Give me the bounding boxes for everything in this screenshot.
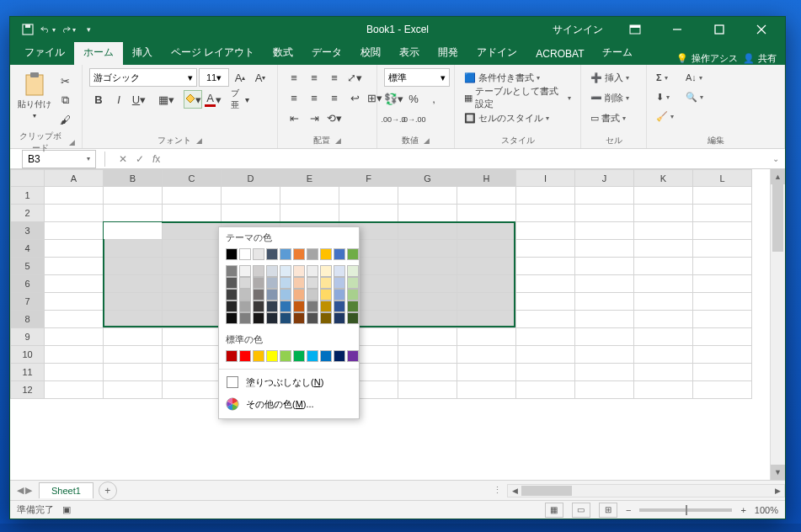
cell[interactable]	[516, 275, 575, 293]
worksheet-area[interactable]: ABCDEFGHIJKL123456789101112 ▲ ▼ テーマの色 標準…	[10, 169, 785, 480]
cell[interactable]	[634, 311, 693, 328]
cell[interactable]	[398, 240, 457, 258]
orientation-icon[interactable]: ⤢▾	[345, 68, 364, 87]
cell[interactable]	[457, 275, 516, 293]
color-swatch[interactable]	[347, 265, 359, 277]
row-header[interactable]: 9	[11, 328, 45, 346]
cell[interactable]	[163, 205, 222, 222]
cell[interactable]	[104, 346, 163, 364]
cell[interactable]	[104, 187, 163, 205]
color-swatch[interactable]	[239, 248, 251, 260]
cell[interactable]	[45, 364, 104, 381]
cell[interactable]	[398, 187, 457, 205]
cell[interactable]	[634, 275, 693, 293]
wrap-text-icon[interactable]: ↩	[345, 88, 364, 107]
formula-input[interactable]	[168, 150, 766, 168]
cell[interactable]	[693, 328, 752, 346]
color-swatch[interactable]	[334, 265, 345, 277]
cell[interactable]	[693, 311, 752, 328]
cell[interactable]	[398, 346, 457, 364]
cell[interactable]	[163, 240, 222, 258]
cell[interactable]	[575, 381, 634, 399]
font-color-button[interactable]: A▾	[204, 90, 222, 109]
color-swatch[interactable]	[226, 277, 238, 289]
cell[interactable]	[516, 311, 575, 328]
cell[interactable]	[45, 240, 104, 258]
color-swatch[interactable]	[307, 301, 318, 312]
zoom-out-button[interactable]: −	[626, 505, 631, 515]
tab-developer[interactable]: 開発	[429, 41, 467, 65]
cell[interactable]	[575, 275, 634, 293]
cell[interactable]	[222, 205, 280, 222]
color-swatch[interactable]	[334, 350, 345, 362]
fill-color-button[interactable]: ▾	[184, 90, 202, 109]
scroll-thumb[interactable]	[772, 184, 783, 252]
color-swatch[interactable]	[266, 301, 278, 312]
cell[interactable]	[693, 187, 752, 205]
cell[interactable]	[634, 346, 693, 364]
col-header[interactable]: F	[339, 170, 398, 187]
align-left-icon[interactable]: ≡	[285, 88, 303, 107]
signin-link[interactable]: サインイン	[553, 23, 603, 37]
cell[interactable]	[634, 381, 693, 399]
cell[interactable]	[634, 293, 693, 311]
cell[interactable]	[398, 222, 457, 240]
bold-button[interactable]: B	[89, 90, 108, 109]
color-swatch[interactable]	[266, 350, 278, 362]
conditional-formatting-button[interactable]: 🟦条件付き書式▾	[462, 68, 542, 87]
cell[interactable]	[575, 364, 634, 381]
color-swatch[interactable]	[320, 265, 332, 277]
color-swatch[interactable]	[253, 289, 264, 301]
cell[interactable]	[45, 346, 104, 364]
cell[interactable]	[104, 275, 163, 293]
rtl-icon[interactable]: ⟲▾	[325, 109, 344, 127]
cell[interactable]	[457, 328, 516, 346]
cell[interactable]	[457, 205, 516, 222]
cell[interactable]	[104, 240, 163, 258]
col-header[interactable]: K	[634, 170, 693, 187]
color-swatch[interactable]	[307, 289, 318, 301]
color-swatch[interactable]	[280, 301, 291, 312]
copy-icon[interactable]: ⧉	[56, 91, 74, 109]
format-painter-icon[interactable]: 🖌	[56, 110, 74, 129]
color-swatch[interactable]	[226, 248, 238, 260]
font-name-combo[interactable]: 游ゴシック▾	[89, 68, 197, 87]
color-swatch[interactable]	[226, 265, 238, 277]
page-break-view-button[interactable]: ⊞	[599, 503, 617, 518]
color-swatch[interactable]	[293, 277, 305, 289]
color-swatch[interactable]	[347, 350, 359, 362]
cell[interactable]	[163, 275, 222, 293]
increase-decimal-icon[interactable]: .00→.0	[384, 110, 403, 129]
cell[interactable]	[693, 222, 752, 240]
border-button[interactable]: ▦▾	[157, 90, 175, 109]
col-header[interactable]: B	[104, 170, 163, 187]
col-header[interactable]: D	[222, 170, 280, 187]
cut-icon[interactable]: ✂	[56, 72, 74, 90]
cell[interactable]	[280, 187, 339, 205]
tab-team[interactable]: チーム	[593, 41, 642, 65]
ribbon-display-icon[interactable]	[617, 17, 654, 42]
zoom-slider[interactable]	[639, 508, 732, 512]
dialog-launcher-icon[interactable]: ◢	[335, 136, 341, 145]
color-swatch[interactable]	[293, 350, 305, 362]
col-header[interactable]: C	[163, 170, 222, 187]
percent-icon[interactable]: %	[404, 89, 423, 108]
color-swatch[interactable]	[307, 248, 318, 260]
color-swatch[interactable]	[239, 289, 251, 301]
align-center-icon[interactable]: ≡	[305, 88, 323, 107]
tab-insert[interactable]: 挿入	[123, 41, 162, 65]
color-swatch[interactable]	[334, 312, 345, 324]
cell[interactable]	[693, 364, 752, 381]
cell[interactable]	[45, 311, 104, 328]
color-swatch[interactable]	[320, 350, 332, 362]
row-header[interactable]: 1	[11, 187, 45, 205]
color-swatch[interactable]	[280, 289, 291, 301]
tab-acrobat[interactable]: ACROBAT	[526, 44, 593, 65]
cell[interactable]	[398, 275, 457, 293]
fx-icon[interactable]: fx	[152, 153, 160, 165]
cell[interactable]	[45, 222, 104, 240]
cell[interactable]	[45, 205, 104, 222]
color-swatch[interactable]	[334, 301, 345, 312]
color-swatch[interactable]	[307, 312, 318, 324]
color-swatch[interactable]	[334, 277, 345, 289]
